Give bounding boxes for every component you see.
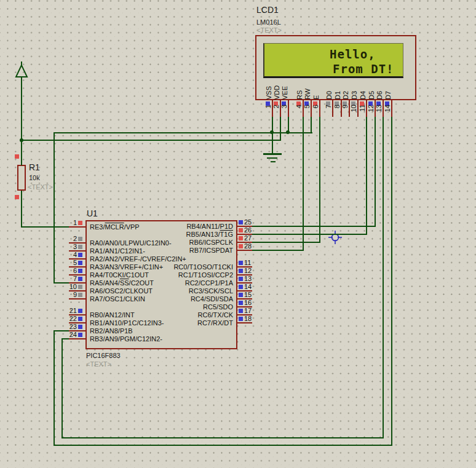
lcd-ref-label[interactable]: LCD1 [256, 5, 279, 15]
wire-r1-top[interactable] [21, 140, 22, 165]
mcu-pin-number-1: 1 [57, 219, 77, 226]
wire-d5-vertical[interactable] [375, 117, 376, 227]
power-terminal-icon[interactable] [12, 61, 32, 80]
lcd-pin-label-D4: D4 [359, 76, 367, 100]
mcu-pin-stub-24[interactable] [69, 338, 85, 339]
lcd-pin-number-11: 11 [359, 105, 366, 117]
lcd-pin-label-D2: D2 [342, 76, 349, 100]
wire-d4-vertical[interactable] [366, 117, 367, 235]
wire-d7-vertical[interactable] [391, 117, 392, 446]
mcu-pin-stub-1[interactable] [69, 226, 85, 228]
lcd-pin-number-8: 8 [333, 105, 341, 117]
lcd-pin-stub-14[interactable] [391, 100, 392, 117]
resistor-ref-label[interactable]: R1 [29, 162, 40, 172]
lcd-pin-number-12: 12 [367, 105, 375, 117]
lcd-pin-stub-6[interactable] [319, 100, 320, 117]
resistor-terminal-state-square [15, 154, 19, 159]
mcu-pin-number-16: 16 [244, 299, 263, 306]
wire-rb7-horizontal[interactable] [252, 250, 304, 251]
wire-vss-drop[interactable] [272, 117, 273, 154]
mcu-pin-state-square-4 [78, 253, 82, 257]
wire-d6-vertical[interactable] [383, 117, 384, 438]
mcu-pin-state-square-27 [239, 236, 243, 240]
mcu-pin-stub-18[interactable] [237, 322, 252, 323]
wire-rb4-horizontal[interactable] [252, 226, 376, 227]
wire-rb5-horizontal[interactable] [252, 234, 367, 235]
lcd-pin-stub-3[interactable] [288, 100, 289, 117]
mcu-pin-number-15: 15 [244, 291, 263, 298]
lcd-text-placeholder[interactable]: <TEXT> [256, 26, 282, 34]
mcu-pin-number-25: 25 [244, 218, 263, 226]
mcu-text-placeholder[interactable]: <TEXT> [86, 360, 111, 368]
lcd-pin-number-2: 2 [272, 105, 280, 117]
mcu-pin-number-23: 23 [57, 323, 77, 330]
mcu-pin-name-27: RB6/ICSPCLK [90, 239, 233, 246]
resistor-value-label[interactable]: 10k [29, 174, 40, 181]
lcd-display-line2: From DT! [333, 63, 394, 75]
wire-power-horizontal[interactable] [21, 140, 281, 141]
mcu-pin-number-22: 22 [57, 315, 77, 322]
lcd-pin-label-D0: D0 [325, 76, 333, 100]
mcu-pin-number-28: 28 [244, 242, 263, 250]
lcd-pin-number-5: 5 [303, 105, 311, 117]
wire-rb2-vertical[interactable] [54, 330, 55, 446]
mcu-pin-name-17: RC6/TX/CK [90, 311, 233, 319]
lcd-pin-number-3: 3 [280, 105, 288, 117]
mcu-pin-name-25: RB4/AN11/P1D [90, 223, 233, 230]
lcd-pin-number-14: 14 [384, 105, 391, 117]
mcu-pin-stub-9[interactable] [69, 298, 85, 299]
mcu-pin-state-square-6 [78, 269, 82, 273]
lcd-pin-label-D5: D5 [368, 76, 375, 100]
mcu-pin-state-square-22 [78, 317, 82, 321]
lcd-model-label[interactable]: LM016L [256, 18, 281, 26]
mcu-pin-name-24: RB3/AN9/PGM/C12IN2- [90, 335, 162, 343]
mcu-pin-state-square-12 [239, 269, 243, 273]
wire-d6-bottom[interactable] [61, 437, 384, 438]
wire-mclr-horizontal[interactable] [21, 226, 70, 228]
mcu-model-label[interactable]: PIC16F883 [86, 352, 121, 359]
lcd-pin-label-D6: D6 [376, 76, 383, 100]
mcu-pin-number-24: 24 [57, 331, 77, 338]
mcu-pin-state-square-3 [78, 245, 82, 249]
mcu-pin-number-14: 14 [244, 283, 263, 290]
mcu-pin-state-square-18 [239, 317, 243, 321]
wire-gnd-ra5-vertical[interactable] [54, 133, 55, 284]
wire-e-vertical[interactable] [319, 117, 320, 243]
lcd-display-line1: Hello, [330, 48, 376, 60]
resistor-text-placeholder[interactable]: <TEXT> [28, 183, 53, 191]
mcu-pin-state-square-26 [239, 228, 243, 232]
resistor-body[interactable] [17, 165, 26, 191]
mcu-pin-state-square-15 [239, 293, 243, 297]
mcu-pin-number-26: 26 [244, 226, 263, 234]
lcd-pin-label-VEE: VEE [281, 76, 288, 100]
wire-r1-bottom[interactable] [21, 191, 22, 228]
wire-vdd-drop[interactable] [280, 117, 281, 141]
mcu-pin-number-7: 7 [57, 275, 77, 282]
mcu-pin-state-square-7 [78, 277, 82, 281]
mcu-pin-name-23: RB2/AN8/P1B [90, 327, 133, 335]
mcu-pin-number-13: 13 [244, 275, 263, 282]
mcu-pin-name-12: RC1/T1OSI/CCP2 [90, 271, 233, 279]
mcu-pin-state-square-23 [78, 325, 82, 329]
lcd-pin-number-7: 7 [325, 105, 332, 117]
mcu-ref-label[interactable]: U1 [87, 208, 98, 218]
mcu-pin-state-square-25 [239, 220, 243, 224]
wire-d7-bottom[interactable] [54, 445, 392, 446]
schematic-canvas[interactable]: LCD1 LM016L <TEXT> Hello, From DT! U1 PI… [0, 0, 476, 468]
mcu-pin-name-4: RA2/AN2/VREF-/CVREF/C2IN+ [90, 255, 186, 263]
mcu-pin-stub-28[interactable] [237, 250, 252, 251]
wire-rs-vertical[interactable] [303, 117, 304, 251]
mcu-pin-state-square-17 [239, 309, 243, 313]
wire-rw-drop[interactable] [311, 117, 312, 133]
mcu-pin-state-square-10 [78, 285, 82, 289]
mcu-pin-number-21: 21 [57, 307, 77, 314]
mcu-pin-number-17: 17 [244, 307, 263, 314]
crosshair-cursor-icon [328, 230, 343, 245]
mcu-pin-state-square-21 [78, 309, 82, 313]
wire-rb3-vertical[interactable] [61, 338, 63, 438]
wire-power-vertical[interactable] [21, 77, 22, 141]
mcu-pin-name-14: RC3/SCK/SCL [90, 287, 233, 295]
mcu-pin-number-5: 5 [57, 259, 77, 266]
mcu-pin-name-13: RC2/CCP1/P1A [90, 279, 233, 287]
mcu-pin-number-9: 9 [57, 291, 77, 298]
